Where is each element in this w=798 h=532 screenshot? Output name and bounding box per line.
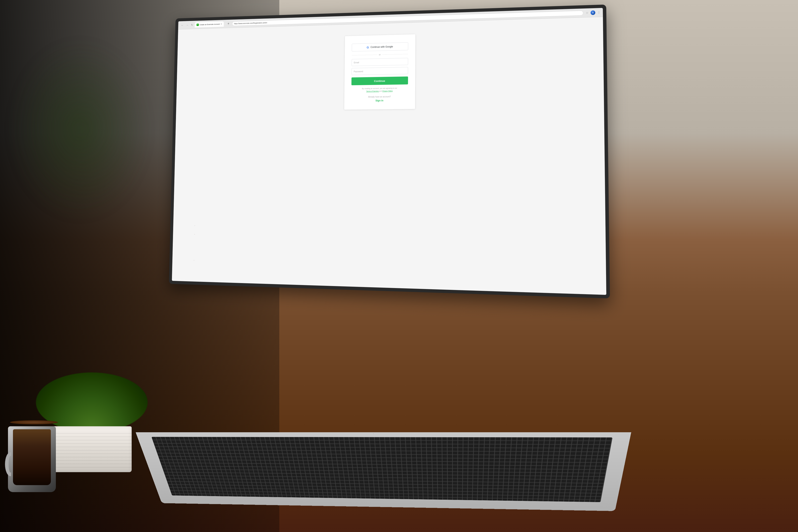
signin-section: Already have an account? Sign in [351, 95, 408, 102]
terms-of-service-link[interactable]: Terms of Service [366, 90, 379, 92]
mug-top-liquid [10, 420, 58, 424]
laptop-display: ← → ↻ E Create an Evernote Account ✕ + h… [169, 5, 610, 299]
bookmark-icon[interactable]: ☆ [586, 11, 588, 14]
new-tab-button[interactable]: + [226, 21, 231, 26]
email-input[interactable] [352, 58, 408, 66]
browser-back-button[interactable]: ← [180, 23, 184, 27]
or-line-right [382, 54, 408, 55]
laptop-frame: ← → ↻ E Create an Evernote Account ✕ + h… [169, 5, 610, 299]
url-text: https://www.evernote.com/Registration.ac… [234, 21, 267, 24]
or-line-left [352, 55, 377, 55]
keyboard-keys [151, 437, 612, 502]
plant-shadow [10, 40, 150, 220]
signup-card: G Continue with Google or [344, 34, 415, 110]
signin-link[interactable]: Sign in [376, 99, 383, 102]
laptop-keyboard [136, 432, 631, 511]
evernote-tab-icon: E [196, 23, 199, 26]
browser-menu-icon[interactable]: ⋮ [597, 11, 600, 14]
or-label: or [379, 54, 381, 56]
browser-forward-button[interactable]: → [185, 23, 189, 27]
terms-text: By creating an account, you are agreeing… [351, 87, 408, 93]
browser-tab[interactable]: E Create an Evernote Account ✕ [195, 21, 224, 27]
mug-liquid [13, 429, 51, 485]
browser-tab-label: Create an Evernote Account [200, 23, 220, 25]
google-button-label: Continue with Google [370, 45, 393, 49]
mug-body [8, 426, 56, 492]
browser-window: ← → ↻ E Create an Evernote Account ✕ + h… [172, 8, 607, 295]
browser-user-avatar[interactable]: G [590, 11, 595, 15]
or-divider: or [352, 53, 408, 56]
pot-stripes [52, 430, 132, 470]
browser-reload-button[interactable]: ↻ [190, 23, 194, 27]
tab-close-icon[interactable]: ✕ [221, 23, 222, 25]
google-icon: G [367, 45, 369, 49]
continue-button[interactable]: Continue [351, 76, 408, 85]
page-content: G Continue with Google or [172, 17, 607, 295]
coffee-mug [4, 416, 64, 492]
continue-button-label: Continue [374, 79, 385, 82]
privacy-policy-link[interactable]: Privacy Policy [382, 90, 393, 92]
google-signin-button[interactable]: G Continue with Google [352, 42, 408, 52]
signin-question: Already have an account? [351, 95, 408, 98]
password-input[interactable] [352, 67, 408, 75]
